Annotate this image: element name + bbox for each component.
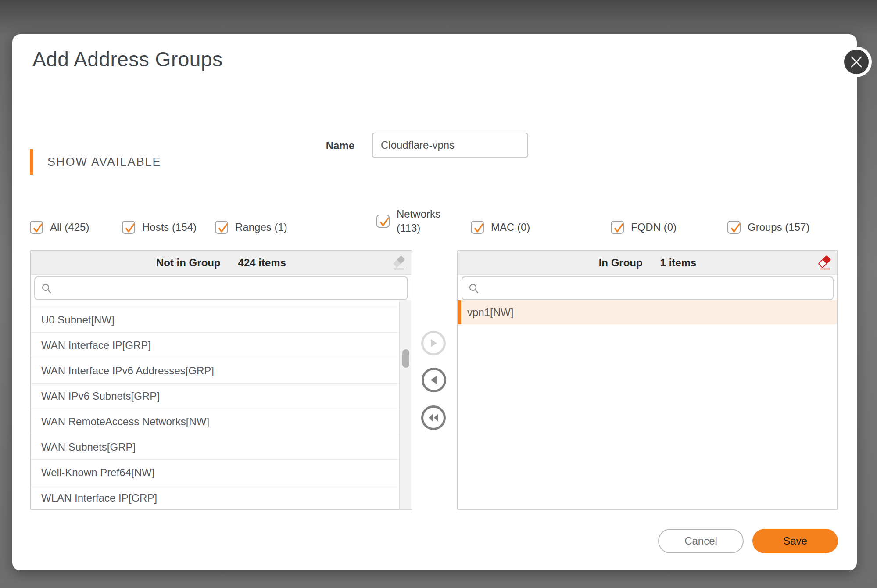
in-group-search[interactable] bbox=[462, 276, 834, 300]
not-in-group-count: 424 items bbox=[238, 257, 286, 269]
filter-checkbox-item[interactable]: Ranges (1) bbox=[215, 221, 287, 234]
name-field-label: Name bbox=[284, 140, 354, 152]
in-group-panel: In Group 1 items bbox=[457, 250, 838, 510]
in-group-rows: vpn1[NW] bbox=[458, 300, 837, 324]
filter-label: Ranges (1) bbox=[235, 221, 287, 233]
filter-checkbox-item[interactable]: Groups (157) bbox=[727, 221, 809, 234]
close-icon bbox=[850, 56, 863, 68]
checkbox-checked-icon[interactable] bbox=[215, 221, 228, 234]
not-in-group-rows: U0 Subnet[NW] WAN Interface IP[GRP] WAN … bbox=[31, 307, 412, 509]
type-filter-row: All (425) Hosts (154) Ranges (1) bbox=[12, 206, 857, 244]
in-group-title: In Group bbox=[599, 257, 643, 269]
selected-list-item[interactable]: vpn1[NW] bbox=[458, 300, 837, 324]
in-group-header: In Group 1 items bbox=[458, 251, 837, 275]
add-address-groups-dialog: Add Address Groups Name SHOW AVAILABLE A… bbox=[12, 34, 857, 570]
partial-row bbox=[31, 300, 412, 307]
filter-checkbox-item[interactable]: All (425) bbox=[30, 221, 89, 234]
filter-checkbox-item[interactable]: FQDN (0) bbox=[611, 221, 677, 234]
move-to-group-button[interactable] bbox=[421, 331, 446, 355]
list-item[interactable]: WAN IPv6 Subnets[GRP] bbox=[31, 384, 412, 409]
checkbox-checked-icon[interactable] bbox=[611, 221, 624, 234]
filter-label: FQDN (0) bbox=[631, 221, 677, 233]
double-arrow-left-icon bbox=[427, 413, 440, 422]
in-group-count: 1 items bbox=[660, 257, 697, 269]
list-item[interactable]: U0 Subnet[NW] bbox=[31, 307, 412, 333]
cancel-button[interactable]: Cancel bbox=[658, 529, 744, 553]
checkbox-checked-icon[interactable] bbox=[122, 221, 135, 234]
remove-from-group-button[interactable] bbox=[422, 368, 446, 392]
not-in-group-header: Not in Group 424 items bbox=[31, 251, 412, 275]
section-accent-bar bbox=[30, 149, 33, 175]
in-group-search-input[interactable] bbox=[483, 277, 827, 299]
filter-checkbox-item[interactable]: Networks (113) bbox=[376, 207, 447, 236]
filter-checkbox-item[interactable]: Hosts (154) bbox=[122, 221, 197, 234]
clear-filter-icon[interactable] bbox=[391, 255, 406, 271]
arrow-right-icon bbox=[429, 338, 438, 348]
filter-label: Networks (113) bbox=[397, 207, 447, 236]
in-group-list: vpn1[NW] bbox=[458, 300, 837, 509]
filter-label: Groups (157) bbox=[748, 221, 809, 233]
remove-all-button[interactable] bbox=[421, 405, 446, 430]
scrollbar-thumb[interactable] bbox=[402, 349, 409, 368]
filter-label: MAC (0) bbox=[491, 221, 530, 233]
search-icon bbox=[41, 283, 52, 294]
arrow-left-icon bbox=[430, 375, 438, 385]
not-in-group-search-input[interactable] bbox=[56, 277, 401, 299]
checkbox-checked-icon[interactable] bbox=[471, 221, 484, 234]
list-item[interactable]: WAN RemoteAccess Networks[NW] bbox=[31, 409, 412, 434]
search-icon bbox=[469, 283, 479, 294]
not-in-group-panel: Not in Group 424 items bbox=[30, 250, 412, 510]
show-available-heading: SHOW AVAILABLE bbox=[47, 149, 161, 175]
checkbox-checked-icon[interactable] bbox=[376, 215, 390, 228]
list-scrollbar[interactable] bbox=[399, 300, 412, 509]
checkbox-checked-icon[interactable] bbox=[727, 221, 741, 234]
list-item[interactable]: WAN Interface IP[GRP] bbox=[31, 333, 412, 358]
filter-label: All (425) bbox=[50, 221, 89, 233]
page-title: Add Address Groups bbox=[32, 47, 222, 71]
filter-label: Hosts (154) bbox=[142, 221, 197, 233]
clear-group-icon[interactable] bbox=[817, 255, 832, 271]
list-item[interactable]: WLAN Interface IP[GRP] bbox=[31, 485, 412, 509]
close-button[interactable] bbox=[844, 50, 869, 74]
filter-checkbox-item[interactable]: MAC (0) bbox=[471, 221, 530, 234]
checkbox-checked-icon[interactable] bbox=[30, 221, 43, 234]
save-button[interactable]: Save bbox=[752, 529, 838, 553]
list-item[interactable]: WAN Interface IPv6 Addresses[GRP] bbox=[31, 358, 412, 384]
list-item[interactable]: Well-Known Pref64[NW] bbox=[31, 460, 412, 485]
not-in-group-search[interactable] bbox=[34, 276, 408, 300]
not-in-group-list: U0 Subnet[NW] WAN Interface IP[GRP] WAN … bbox=[31, 300, 412, 509]
list-item[interactable]: WAN Subnets[GRP] bbox=[31, 434, 412, 460]
not-in-group-title: Not in Group bbox=[156, 257, 221, 269]
name-input[interactable] bbox=[372, 133, 528, 158]
